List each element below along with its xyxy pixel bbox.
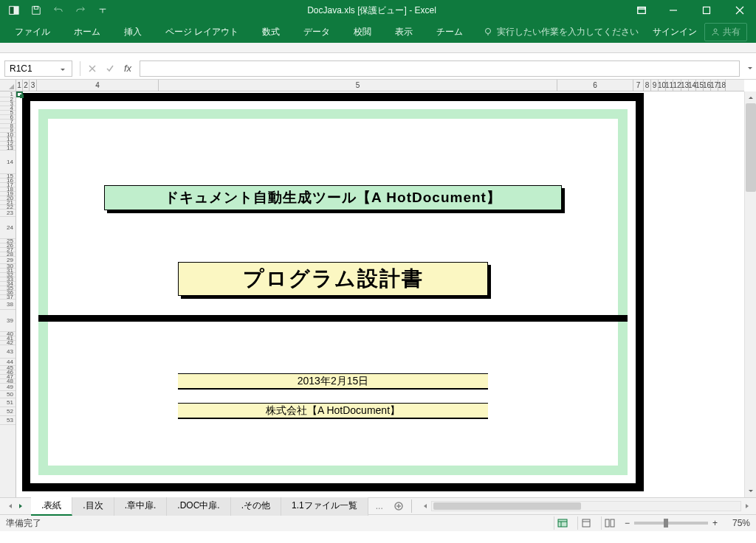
scroll-thumb[interactable] (746, 103, 756, 192)
window-controls (656, 0, 756, 21)
add-sheet-button[interactable] (391, 502, 407, 511)
sheet-more[interactable]: ... (368, 501, 391, 511)
status-bar: 準備完了 − + 75% (0, 515, 756, 531)
chevron-down-icon[interactable] (60, 65, 67, 72)
divider (80, 61, 80, 76)
row-header[interactable]: 14 (0, 151, 16, 174)
doc-title-main: プログラム設計書 (178, 262, 488, 296)
tab-home[interactable]: ホーム (62, 21, 112, 43)
zoom-plus-icon[interactable]: + (712, 518, 718, 528)
view-normal-icon[interactable] (554, 516, 571, 530)
zoom-minus-icon[interactable]: − (625, 518, 630, 528)
svg-point-11 (714, 29, 717, 32)
svg-rect-23 (611, 519, 614, 527)
signin-link[interactable]: サインイン (653, 26, 697, 38)
svg-rect-17 (558, 519, 567, 527)
scroll-left-icon[interactable] (422, 501, 428, 511)
name-box[interactable]: R1C1 (4, 60, 72, 77)
lightbulb-icon (484, 27, 492, 36)
row-header[interactable]: 51 (0, 398, 16, 407)
zoom-percentage[interactable]: 75% (724, 518, 750, 528)
row-header[interactable]: 52 (0, 407, 16, 416)
scroll-right-icon[interactable] (744, 501, 750, 511)
maximize-button[interactable] (690, 0, 723, 21)
sheet-tabs-list: .表紙.目次.章中扉..DOC中扉..その他1.1ファイル一覧 (31, 497, 368, 516)
qat-customize-icon[interactable] (93, 1, 112, 19)
enter-icon[interactable] (101, 60, 119, 77)
column-header[interactable]: 6 (557, 80, 633, 91)
sheet-tab[interactable]: .DOC中扉. (167, 497, 230, 516)
divider (411, 499, 412, 513)
status-ready: 準備完了 (6, 517, 41, 530)
tab-formulas[interactable]: 数式 (250, 21, 292, 43)
svg-point-9 (486, 29, 491, 34)
ribbon-display-options-icon[interactable] (627, 5, 656, 15)
column-header[interactable]: 1 (16, 80, 23, 91)
zoom-track[interactable] (634, 522, 708, 525)
row-header[interactable]: 39 (0, 310, 16, 332)
view-pagebreak-icon[interactable] (601, 516, 619, 530)
sheet-tab[interactable]: .章中扉. (114, 497, 168, 516)
row-header[interactable]: 49 (0, 384, 16, 391)
column-header[interactable]: 5 (159, 80, 557, 91)
sheet-nav-next-icon[interactable] (18, 501, 24, 511)
share-button[interactable]: 共有 (704, 23, 747, 41)
column-header[interactable]: 3 (30, 80, 37, 91)
row-header[interactable]: 53 (0, 416, 16, 425)
row-header[interactable]: 50 (0, 391, 16, 398)
horizontal-scrollbar[interactable] (416, 501, 756, 511)
tab-data[interactable]: データ (292, 21, 342, 43)
sheet-tab-bar: .表紙.目次.章中扉..DOC中扉..その他1.1ファイル一覧 ... (0, 497, 756, 515)
tab-review[interactable]: 校閲 (342, 21, 383, 43)
redo-icon[interactable] (71, 1, 90, 19)
row-header[interactable]: 43 (0, 345, 16, 359)
row-header[interactable]: 23 (0, 210, 16, 217)
undo-icon[interactable] (49, 1, 68, 19)
column-header[interactable]: 8 (644, 80, 651, 91)
scroll-thumb[interactable] (433, 502, 581, 510)
tab-view[interactable]: 表示 (383, 21, 425, 43)
tab-insert[interactable]: 挿入 (112, 21, 154, 43)
save-icon[interactable] (27, 1, 46, 19)
tell-me-search[interactable]: 実行したい作業を入力してください (475, 21, 647, 43)
formula-input[interactable] (140, 60, 740, 77)
tell-me-label: 実行したい作業を入力してください (497, 26, 639, 38)
zoom-slider[interactable]: − + (625, 518, 718, 528)
scroll-track[interactable] (431, 501, 741, 511)
excel-icon[interactable] (4, 1, 24, 19)
view-pagelayout-icon[interactable] (577, 516, 595, 530)
window-title: DocJava.xls [保護ビュー] - Excel (117, 4, 627, 17)
sheet-tab[interactable]: .表紙 (31, 497, 72, 516)
doc-title-tool: ドキュメント自動生成ツール【A HotDocument】 (104, 185, 562, 210)
scroll-up-icon[interactable] (745, 91, 756, 103)
tab-pagelayout[interactable]: ページ レイアウト (154, 21, 250, 43)
minimize-button[interactable] (656, 0, 690, 21)
fx-icon[interactable]: fx (119, 60, 137, 77)
sheet-tab[interactable]: .その他 (231, 497, 281, 516)
formula-bar-expand-icon[interactable] (744, 65, 756, 72)
tab-team[interactable]: チーム (425, 21, 475, 43)
row-headers: 1234567891011121314151617181920212223242… (0, 91, 16, 497)
scroll-down-icon[interactable] (745, 485, 756, 497)
select-all-cell[interactable] (0, 80, 16, 91)
zoom-knob[interactable] (664, 519, 668, 528)
cancel-icon[interactable] (83, 60, 101, 77)
column-header[interactable]: 2 (23, 80, 30, 91)
row-header[interactable]: 24 (0, 217, 16, 239)
column-header[interactable]: 18 (718, 80, 726, 91)
column-header[interactable]: 4 (37, 80, 159, 91)
sheet-tab[interactable]: .目次 (72, 497, 114, 516)
sheet-tab[interactable]: 1.1ファイル一覧 (281, 497, 368, 516)
sheet-nav-prev-icon[interactable] (7, 501, 13, 511)
quick-access-toolbar (0, 1, 117, 19)
share-label: 共有 (723, 26, 740, 38)
row-header[interactable]: 38 (0, 300, 16, 310)
close-button[interactable] (723, 0, 756, 21)
document-canvas: ドキュメント自動生成ツール【A HotDocument】 プログラム設計書 20… (22, 93, 644, 491)
tab-file[interactable]: ファイル (3, 21, 62, 43)
column-header[interactable]: 7 (633, 80, 644, 91)
column-headers: 123456789101112131415161718 (16, 80, 744, 91)
ribbon-tabs: ファイル ホーム 挿入 ページ レイアウト 数式 データ 校閲 表示 チーム 実… (0, 21, 756, 43)
vertical-scrollbar[interactable] (744, 91, 756, 497)
cells-area[interactable]: ドキュメント自動生成ツール【A HotDocument】 プログラム設計書 20… (16, 91, 744, 497)
